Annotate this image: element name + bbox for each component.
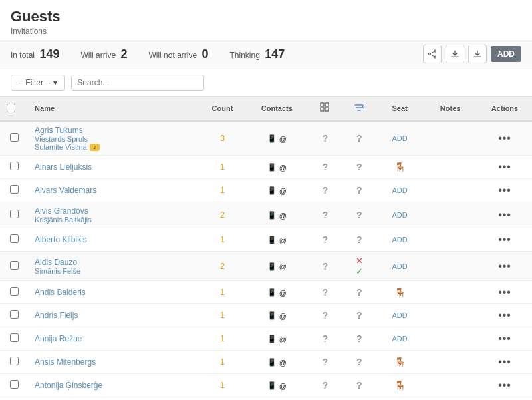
download-icon-1	[450, 49, 460, 59]
email-icon: @	[279, 212, 287, 220]
row-notes-cell	[423, 281, 477, 304]
row-name-secondary[interactable]: Krišjānis Baltkājis	[35, 216, 192, 224]
table-header-row: Name Count Contacts	[0, 97, 532, 121]
row-checkbox-cell	[0, 281, 28, 304]
table-row: Aivis GrandovsKrišjānis Baltkājis2📱@??AD…	[0, 202, 532, 228]
row-actions-button[interactable]: •••	[494, 160, 515, 174]
row-checkbox[interactable]	[10, 287, 19, 296]
select-all-checkbox[interactable]	[7, 104, 15, 112]
row-seat-cell[interactable]: ADD	[376, 252, 423, 281]
row-col6-cell: ?	[342, 281, 376, 304]
email-icon: @	[279, 289, 287, 297]
row-checkbox[interactable]	[10, 310, 19, 319]
table-row: Ainars Lieljuksis1📱@??🪑•••	[0, 156, 532, 179]
row-seat-cell[interactable]: ADD	[376, 121, 423, 156]
row-checkbox-cell	[0, 121, 28, 156]
search-input[interactable]	[71, 75, 204, 91]
add-button[interactable]: ADD	[491, 46, 521, 62]
download-button-1[interactable]	[446, 45, 464, 63]
row-actions-button[interactable]: •••	[494, 259, 515, 274]
phone-icon: 📱	[267, 358, 277, 367]
row-name-cell: Agris TukumsViestards SprulsSulamite Vis…	[28, 121, 199, 156]
row-col6-cell: ?	[342, 397, 376, 400]
row-seat-cell[interactable]: ADD	[376, 304, 423, 327]
row-checkbox[interactable]	[10, 185, 19, 194]
row-notes-cell	[423, 228, 477, 252]
row-contacts-cell: 📱@	[246, 374, 309, 397]
row-checkbox-cell	[0, 228, 28, 252]
row-name-primary[interactable]: Andris Fleijs	[35, 311, 192, 320]
row-name-primary[interactable]: Agris Tukums	[35, 126, 192, 135]
row-name-primary[interactable]: Aivis Grandovs	[35, 206, 192, 216]
row-col6-cell: ?	[342, 327, 376, 351]
row-name-primary[interactable]: Antonija Ģinsberģe	[35, 381, 192, 390]
svg-point-1	[434, 56, 436, 58]
email-icon: @	[279, 236, 287, 244]
row-contacts-cell: 📱@	[246, 252, 309, 281]
email-icon: @	[279, 187, 287, 195]
row-name-primary[interactable]: Annija Režae	[35, 334, 192, 343]
row-contacts-cell: 📱@	[246, 397, 309, 400]
row-checkbox[interactable]	[10, 261, 19, 270]
row-actions-button[interactable]: •••	[494, 355, 515, 369]
row-contacts-cell: 📱@	[246, 327, 309, 351]
row-name-primary[interactable]: Aivars Valdemars	[35, 186, 192, 195]
email-icon: @	[279, 164, 287, 172]
row-contacts-cell: 📱@	[246, 351, 309, 374]
row-checkbox-cell	[0, 252, 28, 281]
row-name-primary[interactable]: Aldis Dauzo	[35, 258, 192, 267]
row-col6-cell: ?	[342, 121, 376, 156]
stats-bar: In total 149 Will arrive 2 Will not arri…	[0, 39, 532, 69]
row-notes-cell	[423, 327, 477, 351]
row-actions-button[interactable]: •••	[494, 183, 515, 198]
row-name-cell: Andis Balderis	[28, 281, 199, 304]
row-count-cell: 1	[199, 304, 245, 327]
row-actions-button[interactable]: •••	[494, 285, 515, 300]
row-checkbox[interactable]	[10, 234, 19, 243]
row-name-primary[interactable]: Andis Balderis	[35, 288, 192, 297]
row-notes-cell	[423, 179, 477, 202]
svg-point-2	[429, 53, 431, 55]
download-button-2[interactable]	[468, 45, 487, 63]
row-name-primary[interactable]: Ansis Mitenbergs	[35, 357, 192, 367]
filter-button[interactable]: -- Filter -- ▾	[11, 75, 65, 91]
th-checkbox	[0, 97, 28, 121]
row-checkbox[interactable]	[10, 357, 19, 365]
row-seat-cell[interactable]: ADD	[376, 327, 423, 351]
row-actions-button[interactable]: •••	[494, 208, 515, 222]
phone-icon: 📱	[267, 381, 277, 390]
row-actions-cell: •••	[477, 121, 532, 156]
row-seat-cell[interactable]: ADD	[376, 228, 423, 252]
row-actions-button[interactable]: •••	[494, 378, 515, 393]
row-checkbox[interactable]	[10, 133, 19, 142]
row-checkbox[interactable]	[10, 333, 19, 342]
row-name-secondary[interactable]: Sulamite Vistina♀	[35, 143, 192, 151]
share-button[interactable]	[423, 45, 442, 63]
row-actions-button[interactable]: •••	[494, 232, 515, 247]
row-checkbox[interactable]	[10, 380, 19, 389]
phone-icon: 📱	[267, 236, 277, 244]
row-actions-button[interactable]: •••	[494, 331, 515, 346]
row-seat-cell[interactable]: ADD	[376, 179, 423, 202]
row-seat-cell[interactable]: ADD	[376, 397, 423, 400]
row-col5-cell: ?	[308, 252, 342, 281]
row-actions-button[interactable]: •••	[494, 131, 515, 146]
th-actions: Actions	[477, 97, 532, 121]
row-name-secondary[interactable]: Viestards Spruls	[35, 135, 192, 143]
stat-total: In total 149	[11, 47, 59, 61]
row-name-primary[interactable]: Ainars Lieljuksis	[35, 162, 192, 172]
row-checkbox[interactable]	[10, 210, 19, 218]
row-seat-cell: 🪑	[376, 351, 423, 374]
row-notes-cell	[423, 202, 477, 228]
row-actions-button[interactable]: •••	[494, 308, 515, 323]
table-row: Andis Balderis1📱@??🪑•••	[0, 281, 532, 304]
row-checkbox[interactable]	[10, 162, 19, 170]
row-name-primary[interactable]: Alberto Klibikis	[35, 235, 192, 244]
page-subtitle: Invitations	[11, 27, 521, 36]
row-name-secondary[interactable]: Simānis Felše	[35, 267, 192, 275]
row-seat-cell[interactable]: ADD	[376, 202, 423, 228]
row-contacts-cell: 📱@	[246, 156, 309, 179]
row-col5-cell: ?	[308, 228, 342, 252]
table-row: Ansis Mitenbergs1📱@??🪑•••	[0, 351, 532, 374]
row-name-cell: Aivars Valdemars	[28, 179, 199, 202]
